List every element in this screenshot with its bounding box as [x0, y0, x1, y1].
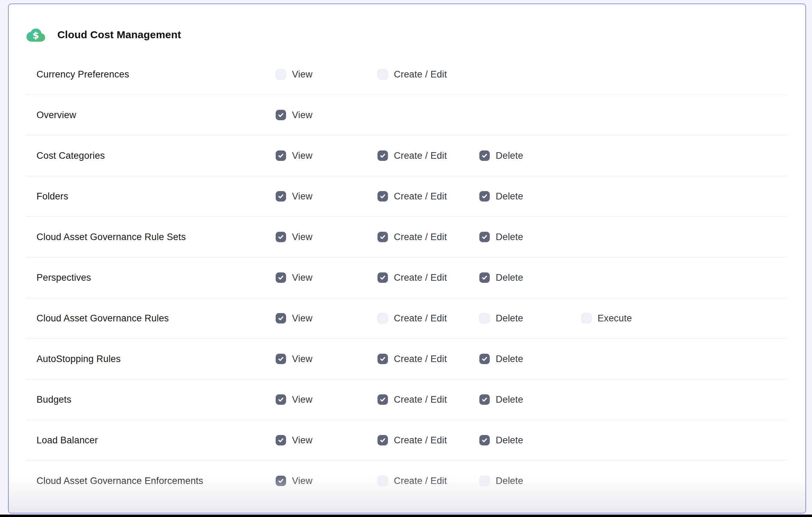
permission-label[interactable]: View	[292, 69, 312, 80]
permission-label[interactable]: Create / Edit	[394, 191, 447, 202]
permission-cell-delete: Delete	[479, 476, 581, 486]
create-edit-checkbox[interactable]	[377, 435, 388, 445]
view-checkbox[interactable]	[276, 150, 286, 161]
permission-label[interactable]: View	[292, 313, 312, 324]
permission-label[interactable]: Create / Edit	[394, 435, 447, 446]
resource-label: Load Balancer	[26, 435, 276, 446]
view-checkbox[interactable]	[276, 476, 286, 486]
permission-cell-create-edit: Create / Edit	[377, 150, 479, 161]
permission-label[interactable]: View	[292, 354, 312, 364]
svg-text:$: $	[33, 30, 39, 41]
permission-label[interactable]: Delete	[496, 272, 523, 283]
resource-label: AutoStopping Rules	[26, 354, 276, 364]
check-icon	[379, 193, 386, 200]
create-edit-checkbox[interactable]	[377, 313, 388, 323]
check-icon	[277, 152, 284, 159]
create-edit-checkbox[interactable]	[377, 394, 388, 405]
permission-label[interactable]: Delete	[496, 435, 523, 446]
permission-row: Overview View	[26, 95, 787, 136]
permission-label[interactable]: Delete	[496, 232, 523, 243]
permission-label[interactable]: Delete	[496, 191, 523, 202]
create-edit-checkbox[interactable]	[377, 150, 388, 161]
permission-cell-delete: Delete	[479, 272, 581, 283]
permission-label[interactable]: Delete	[496, 394, 523, 405]
delete-checkbox[interactable]	[479, 354, 490, 364]
permission-label[interactable]: Create / Edit	[394, 354, 447, 364]
permission-cell-create-edit: Create / Edit	[377, 313, 479, 324]
create-edit-checkbox[interactable]	[377, 191, 388, 202]
permission-cell-delete: Delete	[479, 313, 581, 324]
permission-row: Cloud Asset Governance Rule Sets ViewCre…	[26, 217, 787, 257]
view-checkbox[interactable]	[276, 272, 286, 283]
check-icon	[277, 396, 284, 403]
permission-label[interactable]: Create / Edit	[394, 313, 447, 324]
permission-label[interactable]: View	[292, 476, 312, 486]
create-edit-checkbox[interactable]	[377, 232, 388, 242]
permission-label[interactable]: View	[292, 435, 312, 446]
permission-cell-view: View	[276, 272, 377, 283]
resource-label: Cost Categories	[26, 150, 276, 161]
create-edit-checkbox[interactable]	[377, 476, 388, 486]
permission-label[interactable]: View	[292, 110, 312, 121]
delete-checkbox[interactable]	[479, 150, 490, 161]
permission-row: Perspectives ViewCreate / EditDelete	[26, 257, 787, 298]
execute-checkbox[interactable]	[581, 313, 592, 323]
create-edit-checkbox[interactable]	[377, 354, 388, 364]
permission-label[interactable]: Create / Edit	[394, 232, 447, 243]
permission-label[interactable]: View	[292, 150, 312, 161]
delete-checkbox[interactable]	[479, 313, 490, 323]
permission-label[interactable]: View	[292, 191, 312, 202]
check-icon	[481, 193, 488, 200]
permission-label[interactable]: Execute	[598, 313, 632, 324]
check-icon	[481, 396, 488, 403]
view-checkbox[interactable]	[276, 69, 286, 80]
permission-label[interactable]: View	[292, 272, 312, 283]
permission-label[interactable]: Delete	[496, 476, 523, 486]
view-checkbox[interactable]	[276, 191, 286, 202]
permission-label[interactable]: Create / Edit	[394, 272, 447, 283]
permission-cell-create-edit: Create / Edit	[377, 354, 479, 364]
permission-label[interactable]: Create / Edit	[394, 394, 447, 405]
permission-label[interactable]: Delete	[496, 313, 523, 324]
permission-label[interactable]: Delete	[496, 150, 523, 161]
check-icon	[481, 152, 488, 159]
view-checkbox[interactable]	[276, 110, 286, 120]
permission-cell-delete: Delete	[479, 232, 581, 243]
delete-checkbox[interactable]	[479, 394, 490, 405]
delete-checkbox[interactable]	[479, 272, 490, 283]
permission-cell-create-edit: Create / Edit	[377, 476, 479, 486]
check-icon	[379, 152, 386, 159]
permission-cell-delete: Delete	[479, 150, 581, 161]
resource-label: Overview	[26, 110, 276, 121]
check-icon	[277, 437, 284, 444]
view-checkbox[interactable]	[276, 232, 286, 242]
create-edit-checkbox[interactable]	[377, 272, 388, 283]
view-checkbox[interactable]	[276, 354, 286, 364]
check-icon	[277, 112, 284, 118]
permission-label[interactable]: View	[292, 232, 312, 243]
permission-cell-view: View	[276, 313, 377, 324]
delete-checkbox[interactable]	[479, 191, 490, 202]
view-checkbox[interactable]	[276, 313, 286, 323]
permission-cell-view: View	[276, 110, 377, 121]
check-icon	[379, 274, 386, 281]
permission-cell-view: View	[276, 354, 377, 364]
permission-cell-delete: Delete	[479, 191, 581, 202]
view-checkbox[interactable]	[276, 394, 286, 405]
permission-cell-view: View	[276, 191, 377, 202]
delete-checkbox[interactable]	[479, 435, 490, 445]
create-edit-checkbox[interactable]	[377, 69, 388, 80]
check-icon	[379, 233, 386, 240]
ccm-cloud-dollar-icon: $	[26, 27, 46, 43]
check-icon	[481, 274, 488, 281]
permission-cell-delete: Delete	[479, 354, 581, 364]
view-checkbox[interactable]	[276, 435, 286, 445]
delete-checkbox[interactable]	[479, 476, 490, 486]
permission-label[interactable]: View	[292, 394, 312, 405]
permission-row: Cost Categories ViewCreate / EditDelete	[26, 136, 787, 176]
permission-label[interactable]: Create / Edit	[394, 476, 447, 486]
permission-label[interactable]: Create / Edit	[394, 69, 447, 80]
permission-label[interactable]: Create / Edit	[394, 150, 447, 161]
delete-checkbox[interactable]	[479, 232, 490, 242]
permission-label[interactable]: Delete	[496, 354, 523, 364]
